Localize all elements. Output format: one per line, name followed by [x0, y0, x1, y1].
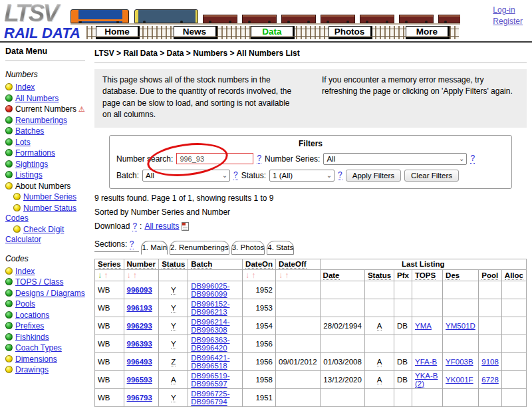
clear-filters-button[interactable]: Clear Filters — [404, 170, 459, 182]
sidebar-link-coach-types[interactable]: Coach Types — [15, 343, 62, 352]
cell-ll-tops — [412, 388, 442, 406]
cell-number-link[interactable]: 996393 — [127, 340, 152, 348]
number-series-select[interactable]: All ⌄ — [323, 153, 467, 165]
cell-ll-pool-link[interactable]: 6728 — [481, 376, 499, 384]
number-series-label: Number Series: — [265, 154, 320, 164]
cell-status: A — [159, 370, 188, 388]
cell-ll-tops-link[interactable]: YMA — [415, 322, 432, 330]
tab-list: 1. Main2. Renumberings3. Photos4. Stats — [139, 243, 294, 252]
cell-ll-tops-link[interactable]: YKA-B (2) — [415, 372, 438, 388]
sections-help-link[interactable]: ? — [130, 239, 134, 249]
col-series: Series — [98, 260, 121, 269]
cell-ll-status-value: A — [377, 322, 382, 331]
breadcrumb: LTSV > Rail Data > Data > Numbers > All … — [94, 43, 527, 63]
sidebar-link-designs-diagrams[interactable]: Designs / Diagrams — [15, 289, 85, 298]
cell-ll-des-link[interactable]: YM501D — [446, 322, 475, 330]
cell-batch-link[interactable]: DB996725-DB996794 — [191, 390, 229, 406]
cell-number-link[interactable]: 996193 — [127, 304, 152, 312]
apply-filters-button[interactable]: Apply Filters — [346, 170, 401, 182]
sort-up-icon[interactable]: ↑ — [104, 271, 108, 280]
tab-4-stats[interactable]: 4. Stats — [267, 241, 294, 255]
sidebar-link-number-series[interactable]: Number Series — [23, 192, 76, 202]
tab-2-renumberings[interactable]: 2. Renumberings — [170, 241, 229, 255]
sort-up-icon[interactable]: ↑ — [251, 271, 255, 280]
sidebar-link-fishkinds[interactable]: Fishkinds — [15, 333, 49, 342]
bullet-yellow-icon — [5, 355, 13, 362]
cell-number-link[interactable]: 996793 — [127, 394, 152, 402]
cell-batch-link[interactable]: DB996025-DB996099 — [191, 282, 229, 298]
cell-batch-link[interactable]: DB996519-DB996597 — [191, 372, 229, 388]
cell-ll-tops — [412, 281, 442, 299]
sidebar-link-index[interactable]: Index — [15, 82, 35, 92]
sidebar-link-formations[interactable]: Formations — [15, 148, 55, 158]
chevron-down-icon: ⌄ — [459, 154, 464, 164]
sidebar-link-sightings[interactable]: Sightings — [15, 160, 48, 169]
register-link[interactable]: Register — [493, 16, 523, 27]
cell-ll-tops-link[interactable]: YFA-B — [415, 358, 437, 366]
sidebar-link-lots[interactable]: Lots — [15, 138, 31, 147]
cell-ll-des: YM501D — [443, 317, 479, 335]
nav-more[interactable]: More — [406, 26, 450, 39]
col-number: Number — [127, 260, 156, 269]
cell-batch-link[interactable]: DB996421-DB996518 — [191, 354, 229, 370]
sidebar-link-locations[interactable]: Locations — [15, 311, 49, 320]
chevron-down-icon: ⌄ — [222, 170, 227, 181]
col-dateoff: DateOff — [279, 260, 307, 269]
nav-data[interactable]: Data — [251, 26, 295, 39]
download-file-icon[interactable] — [182, 222, 189, 231]
cell-ll-date — [320, 299, 364, 317]
tab-3-photos[interactable]: 3. Photos — [231, 241, 265, 255]
sidebar-link-pools[interactable]: Pools — [15, 299, 35, 309]
sort-down-icon[interactable]: ↓ — [127, 271, 131, 280]
sidebar-item-sightings: Sightings — [5, 160, 86, 170]
sidebar-link-listings[interactable]: Listings — [15, 170, 43, 180]
cell-number-link[interactable]: 996293 — [127, 322, 152, 330]
tab-1-main[interactable]: 1. Main — [141, 241, 168, 255]
cell-batch-link[interactable]: DB996214-DB996308 — [191, 318, 229, 334]
main-layout: Data Menu NumbersIndexAll NumbersCurrent… — [0, 41, 532, 407]
sort-down-icon[interactable]: ↓ — [245, 271, 249, 280]
nav-photos[interactable]: Photos — [329, 26, 372, 39]
table-row: WB996793YDB996725-DB9967941951 — [95, 388, 527, 406]
sidebar-link-all-numbers[interactable]: All Numbers — [15, 94, 59, 103]
sidebar-link-index[interactable]: Index — [15, 267, 35, 276]
login-link[interactable]: Log-in — [493, 5, 523, 16]
download-help-link[interactable]: ? — [132, 221, 137, 231]
sidebar-link-prefixes[interactable]: Prefixes — [15, 321, 44, 331]
cell-number-link[interactable]: 996593 — [127, 376, 152, 384]
sort-up-icon[interactable]: ↑ — [133, 271, 137, 280]
all-results-link[interactable]: All results — [144, 221, 179, 231]
cell-ll-pool: 9108 — [479, 352, 502, 370]
sidebar-item-number-series: Number Series — [5, 192, 86, 203]
sort-down-icon[interactable]: ↓ — [98, 271, 102, 280]
sidebar-link-batches[interactable]: Batches — [15, 126, 44, 136]
sidebar-link-drawings[interactable]: Drawings — [15, 365, 49, 374]
number-search-input[interactable] — [176, 153, 253, 164]
cell-number: 996593 — [124, 370, 159, 388]
cell-number: 996793 — [124, 388, 159, 406]
nav-news[interactable]: News — [174, 26, 217, 39]
number-series-help-link[interactable]: ? — [470, 154, 475, 164]
nav-home[interactable]: Home — [96, 26, 140, 39]
sort-up-icon[interactable]: ↑ — [285, 271, 289, 280]
cell-ll-status — [364, 299, 394, 317]
cell-ll-des-link[interactable]: YF003B — [446, 358, 473, 366]
bullet-yellow-icon — [13, 204, 21, 211]
cell-ll-des-link[interactable]: YK001F — [446, 376, 473, 384]
cell-batch-link[interactable]: DB996363-DB996420 — [191, 336, 229, 352]
sidebar-link-dimensions[interactable]: Dimensions — [15, 354, 57, 364]
status-help-link[interactable]: ? — [338, 170, 342, 180]
chevron-down-icon: ⌄ — [327, 170, 332, 181]
cell-number-link[interactable]: 996493 — [127, 358, 152, 366]
sidebar-link-tops-class[interactable]: TOPS / Class — [15, 277, 63, 287]
sort-down-icon[interactable]: ↓ — [279, 271, 283, 280]
sidebar-link-renumberings[interactable]: Renumberings — [15, 116, 67, 125]
number-search-help-link[interactable]: ? — [257, 154, 261, 164]
batch-help-link[interactable]: ? — [233, 170, 238, 180]
batch-select[interactable]: All ⌄ — [142, 170, 230, 182]
cell-status: Y — [159, 317, 188, 335]
cell-number-link[interactable]: 996093 — [127, 286, 152, 294]
cell-ll-pool-link[interactable]: 9108 — [481, 358, 499, 366]
cell-batch-link[interactable]: DB996152-DB996213 — [191, 300, 229, 316]
status-select[interactable]: 1 (All) ⌄ — [269, 170, 334, 182]
